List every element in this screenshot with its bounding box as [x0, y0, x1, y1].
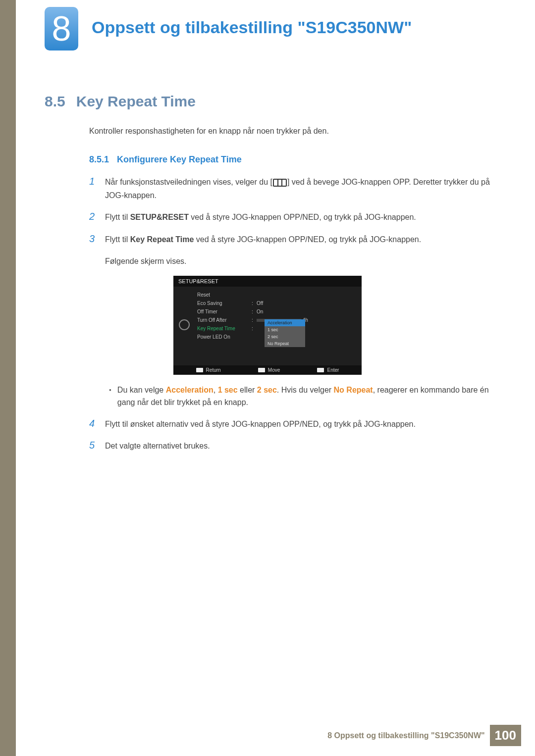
osd-footer: Return Move Enter	[173, 365, 362, 375]
section-heading: 8.5 Key Repeat Time	[45, 93, 490, 110]
osd-value: Off	[257, 301, 357, 306]
option-term: Acceleration	[166, 386, 214, 394]
osd-label: Eco Saving	[197, 301, 252, 306]
option-term: 2 sec	[257, 386, 277, 394]
section-number: 8.5	[45, 93, 65, 110]
footer-chapter-ref: 8 Oppsett og tilbakestilling "S19C350NW"	[327, 731, 484, 740]
bold-term: SETUP&RESET	[130, 213, 189, 221]
osd-label: Power LED On	[197, 334, 252, 340]
gear-icon	[179, 319, 190, 330]
text-fragment: eller	[238, 386, 257, 394]
subsection-heading: 8.5.1 Konfigurere Key Repeat Time	[89, 154, 490, 165]
step-number: 1	[89, 176, 98, 187]
step-text: Flytt til SETUP&RESET ved å styre JOG-kn…	[105, 211, 490, 224]
step-2: 2 Flytt til SETUP&RESET ved å styre JOG-…	[89, 211, 490, 224]
section-intro: Kontroller responshastigheten for en kna…	[89, 126, 490, 137]
osd-option-selected: Acceleration	[265, 319, 305, 326]
text-fragment: ved å styre JOG-knappen OPP/NED, og tryk…	[189, 213, 416, 221]
osd-title: SETUP&RESET	[173, 276, 362, 287]
page-footer: 8 Oppsett og tilbakestilling "S19C350NW"…	[0, 725, 535, 746]
osd-option: 2 sec	[265, 333, 305, 340]
osd-label: Off Timer	[197, 309, 252, 314]
text-fragment: ,	[214, 386, 218, 394]
step-1: 1 Når funksjonstastveiledningen vises, v…	[89, 176, 490, 202]
text-fragment: . Hvis du velger	[277, 386, 334, 394]
step-number: 4	[89, 418, 98, 429]
text-fragment: Flytt til	[105, 235, 130, 244]
osd-option: No Repeat	[265, 340, 305, 347]
osd-row-offtimer: Off Timer:On	[197, 307, 357, 316]
osd-label: Key Repeat Time	[197, 326, 252, 331]
note-bullet: ● Du kan velge Acceleration, 1 sec eller…	[109, 384, 490, 409]
osd-screenshot: SETUP&RESET Reset Eco Saving:Off Off Tim…	[173, 276, 362, 375]
step-text: Flytt til Key Repeat Time ved å styre JO…	[105, 233, 490, 246]
step-3: 3 Flytt til Key Repeat Time ved å styre …	[89, 233, 490, 246]
step-number: 3	[89, 233, 98, 245]
chapter-title: Oppsett og tilbakestilling "S19C350NW"	[92, 18, 412, 37]
step-text: Det valgte alternativet brukes.	[105, 440, 490, 453]
osd-hint-move: Move	[258, 367, 280, 373]
option-term: 1 sec	[218, 386, 238, 394]
text-fragment: ved å styre JOG-knappen OPP/NED, og tryk…	[194, 235, 421, 244]
osd-dropdown: Acceleration 1 sec 2 sec No Repeat	[265, 319, 305, 347]
osd-option: 1 sec	[265, 326, 305, 333]
section-title: Key Repeat Time	[76, 93, 196, 110]
chapter-number-badge: 8	[45, 7, 78, 50]
text-fragment: Når funksjonstastveiledningen vises, vel…	[105, 178, 272, 186]
option-term: No Repeat	[334, 386, 373, 394]
step-number: 5	[89, 440, 98, 451]
osd-label: Turn Off After	[197, 317, 252, 323]
page-content: 8.5 Key Repeat Time Kontroller responsha…	[45, 93, 490, 462]
osd-label: Reset	[197, 292, 252, 298]
subsection-number: 8.5.1	[89, 154, 109, 165]
step-text: Når funksjonstastveiledningen vises, vel…	[105, 176, 490, 202]
osd-row-eco: Eco Saving:Off	[197, 299, 357, 307]
osd-value: On	[257, 309, 357, 314]
text-fragment: Flytt til	[105, 213, 130, 221]
step-followup: Følgende skjerm vises.	[105, 255, 490, 268]
page-number: 100	[490, 725, 521, 746]
osd-hint-enter: Enter	[317, 367, 339, 373]
menu-icon	[273, 179, 287, 187]
bullet-icon: ●	[109, 388, 111, 392]
step-text: Flytt til ønsket alternativ ved å styre …	[105, 418, 490, 431]
step-5: 5 Det valgte alternativet brukes.	[89, 440, 490, 453]
osd-hint-return: Return	[196, 367, 221, 373]
side-accent-strip	[0, 0, 16, 756]
step-number: 2	[89, 211, 98, 222]
bullet-text: Du kan velge Acceleration, 1 sec eller 2…	[117, 384, 490, 409]
step-4: 4 Flytt til ønsket alternativ ved å styr…	[89, 418, 490, 431]
osd-row-reset: Reset	[197, 291, 357, 299]
osd-icon-col	[173, 287, 195, 343]
text-fragment: Du kan velge	[117, 386, 166, 394]
bold-term: Key Repeat Time	[130, 235, 194, 244]
subsection-title: Konfigurere Key Repeat Time	[117, 154, 242, 165]
